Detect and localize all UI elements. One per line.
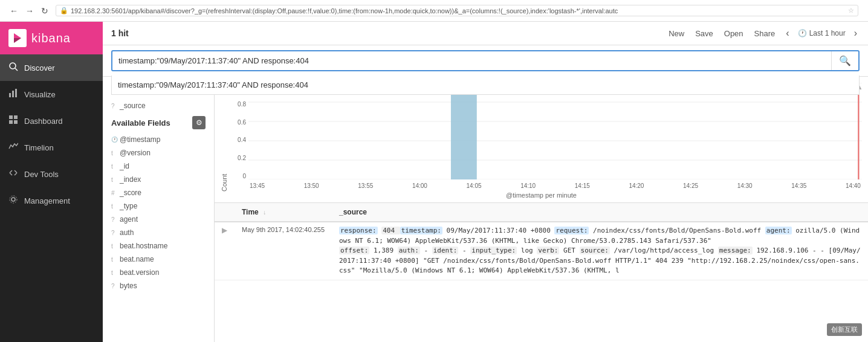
y-tick-0: 0 bbox=[230, 173, 246, 179]
x-tick-11: 14:40 bbox=[846, 182, 861, 189]
watermark: 创新互联 bbox=[827, 323, 862, 336]
y-tick-3: 0.6 bbox=[230, 119, 246, 126]
content-area: 1 hit New Save Open Share ‹ 🕐 Last 1 hou… bbox=[103, 22, 868, 342]
source-col-header[interactable]: _source bbox=[332, 203, 868, 222]
field-type-auth: ? bbox=[111, 230, 117, 236]
toolbar-actions: New Save Open Share ‹ 🕐 Last 1 hour › bbox=[666, 27, 860, 40]
field-beat-version[interactable]: t beat.version bbox=[103, 266, 214, 279]
svg-rect-4 bbox=[9, 93, 11, 97]
time-cell: May 9th 2017, 14:02:40.255 bbox=[235, 222, 332, 280]
field-bytes-label: bytes bbox=[120, 282, 206, 290]
save-button[interactable]: Save bbox=[693, 28, 716, 39]
svg-marker-1 bbox=[14, 38, 21, 43]
field-name-label: _source bbox=[120, 102, 206, 110]
field-beat-name[interactable]: t beat.name bbox=[103, 253, 214, 266]
field-version[interactable]: t @version bbox=[103, 146, 214, 160]
sidebar-item-visualize[interactable]: Visualize bbox=[0, 81, 103, 108]
field-agent[interactable]: ? agent bbox=[103, 213, 214, 226]
reload-button[interactable]: ↻ bbox=[37, 5, 52, 17]
field-type-beat-hostname: t bbox=[111, 243, 117, 250]
share-button[interactable]: Share bbox=[752, 28, 778, 39]
field-agent-label: agent bbox=[120, 215, 206, 224]
x-tick-4: 14:05 bbox=[467, 182, 482, 189]
hits-label: 1 hit bbox=[111, 28, 129, 38]
prev-time-button[interactable]: ‹ bbox=[783, 27, 791, 40]
field-type-beat-version: t bbox=[111, 269, 117, 276]
source-key-ident: ident: bbox=[432, 247, 459, 254]
source-key-response: response: bbox=[339, 227, 378, 234]
search-button[interactable]: 🔍 bbox=[831, 51, 858, 70]
back-button[interactable]: ← bbox=[6, 5, 22, 17]
source-key-agent: agent: bbox=[765, 227, 792, 234]
field-type-bytes: ? bbox=[111, 283, 117, 289]
table-container[interactable]: Time ↓ _source ▶ bbox=[215, 203, 868, 342]
field-timestamp[interactable]: 🕐 @timestamp bbox=[103, 133, 214, 146]
source-key-offset: offset: bbox=[339, 247, 369, 254]
discover-layout: Selected Fields ? _source Available Fiel… bbox=[103, 77, 868, 342]
field-type-id: t bbox=[111, 163, 117, 170]
sidebar: kibana Discover Visualize bbox=[0, 22, 103, 342]
fields-settings-button[interactable]: ⚙ bbox=[192, 116, 206, 129]
field-bytes[interactable]: ? bytes bbox=[103, 279, 214, 292]
time-col-header[interactable]: Time ↓ bbox=[235, 203, 332, 222]
time-range-label: Last 1 hour bbox=[809, 29, 846, 37]
results-area: ▲ Count 0 0.2 0.4 0.6 0.8 bbox=[215, 77, 868, 342]
field-id-label: _id bbox=[120, 162, 206, 170]
sidebar-item-discover[interactable]: Discover bbox=[0, 54, 103, 81]
field-type-beat-name: t bbox=[111, 256, 117, 263]
search-autocomplete[interactable]: timestamp:"09/May/2017:11:37:40" AND res… bbox=[111, 76, 860, 95]
sidebar-item-devtools[interactable]: Dev Tools bbox=[0, 161, 103, 187]
visualize-icon bbox=[8, 88, 18, 100]
clock-icon: 🕐 bbox=[798, 29, 807, 37]
field-index[interactable]: t _index bbox=[103, 173, 214, 186]
field-beat-hostname[interactable]: t beat.hostname bbox=[103, 239, 214, 253]
open-button[interactable]: Open bbox=[722, 28, 746, 39]
source-key-verb: verb: bbox=[537, 247, 559, 254]
search-input[interactable] bbox=[112, 53, 831, 69]
management-icon bbox=[8, 195, 18, 207]
field-id[interactable]: t _id bbox=[103, 160, 214, 173]
source-key-request: request: bbox=[554, 227, 589, 234]
available-fields-title: Available Fields bbox=[111, 118, 170, 127]
browser-chrome: ← → ↻ 🔒 192.168.2.30:5601/app/kibana#/di… bbox=[0, 0, 868, 22]
svg-rect-5 bbox=[12, 91, 14, 97]
svg-rect-9 bbox=[9, 120, 13, 124]
svg-point-12 bbox=[10, 196, 17, 203]
expand-col-header bbox=[215, 203, 235, 222]
new-button[interactable]: New bbox=[666, 28, 687, 39]
sidebar-item-dashboard[interactable]: Dashboard bbox=[0, 108, 103, 134]
next-time-button[interactable]: › bbox=[852, 27, 860, 40]
expand-row-button[interactable]: ▶ bbox=[222, 226, 227, 234]
chart-container: ▲ Count 0 0.2 0.4 0.6 0.8 bbox=[215, 77, 868, 203]
url-bar[interactable]: 🔒 192.168.2.30:5601/app/kibana#/discover… bbox=[56, 5, 858, 16]
x-tick-0: 13:45 bbox=[250, 182, 265, 189]
y-tick-1: 0.2 bbox=[230, 155, 246, 161]
field-type-type: t bbox=[111, 203, 117, 210]
x-tick-6: 14:15 bbox=[575, 182, 590, 189]
kibana-logo-icon bbox=[8, 29, 27, 47]
search-bar: 🔍 bbox=[111, 50, 860, 71]
field-beat-version-label: beat.version bbox=[120, 268, 206, 277]
field-source[interactable]: ? _source bbox=[103, 99, 214, 112]
sort-icon: ↓ bbox=[263, 209, 266, 216]
sidebar-discover-label: Discover bbox=[24, 63, 55, 73]
y-tick-4: 0.8 bbox=[230, 101, 246, 108]
results-table: Time ↓ _source ▶ bbox=[215, 203, 868, 280]
available-fields-header: Available Fields ⚙ bbox=[103, 112, 214, 133]
sidebar-item-management[interactable]: Management bbox=[0, 187, 103, 214]
y-tick-2: 0.4 bbox=[230, 137, 246, 143]
field-type[interactable]: t _type bbox=[103, 199, 214, 213]
forward-button[interactable]: → bbox=[22, 5, 37, 17]
source-key-message: message: bbox=[718, 247, 753, 254]
url-text: 192.168.2.30:5601/app/kibana#/discover?_… bbox=[71, 7, 846, 15]
lock-icon: 🔒 bbox=[60, 7, 68, 15]
field-auth[interactable]: ? auth bbox=[103, 226, 214, 239]
sidebar-item-timelion[interactable]: Timelion bbox=[0, 134, 103, 161]
sidebar-logo[interactable]: kibana bbox=[0, 22, 103, 54]
field-score[interactable]: # _score bbox=[103, 186, 214, 199]
sidebar-devtools-label: Dev Tools bbox=[24, 170, 59, 179]
fields-sidebar: Selected Fields ? _source Available Fiel… bbox=[103, 77, 215, 342]
x-tick-2: 13:55 bbox=[358, 182, 373, 189]
svg-rect-10 bbox=[14, 120, 18, 124]
time-range-picker[interactable]: 🕐 Last 1 hour bbox=[798, 29, 846, 37]
